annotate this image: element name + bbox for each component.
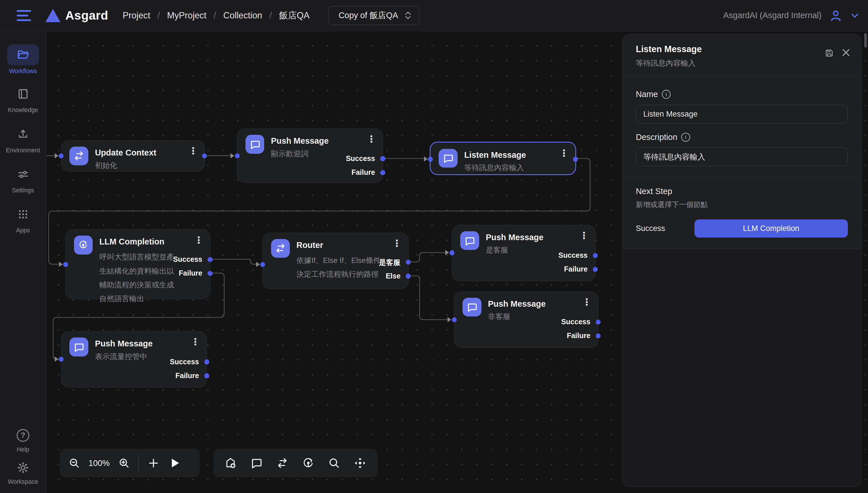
breadcrumb-project[interactable]: Project [123, 10, 150, 21]
select-chevrons-icon [405, 11, 411, 20]
node-menu-icon[interactable] [559, 148, 569, 158]
search-button[interactable] [323, 452, 346, 474]
vertical-scrollbar[interactable] [864, 33, 867, 47]
next-step-section: Next Step 新增或選擇下一個節點 Success LLM Complet… [623, 177, 861, 249]
menu-icon[interactable] [17, 10, 31, 21]
node-listen-message[interactable]: Listen Message 等待訊息內容輸入 [430, 142, 576, 175]
node-description: 依據If、Else If、Else條件決定工作流程執行的路徑 [296, 253, 385, 281]
zoom-level: 100% [85, 458, 113, 468]
sidebar-item-apps[interactable]: Apps [7, 204, 39, 234]
node-push-message-not-service[interactable]: Push Message 非客服 Success Failure [454, 292, 598, 348]
input-arrow-icon [230, 153, 234, 158]
node-detail-panel: Listen Message 等待訊息內容輸入 [622, 34, 861, 487]
toolbar-divider [138, 453, 139, 472]
info-icon [662, 90, 671, 99]
node-title: Listen Message [464, 149, 526, 161]
sidebar-item-workflows[interactable]: Workflows [7, 44, 39, 74]
input-handle[interactable] [449, 250, 454, 255]
play-icon [172, 459, 179, 467]
panel-title: Listen Message [636, 44, 702, 55]
output-handle-success[interactable] [207, 257, 213, 262]
output-handle-failure[interactable] [380, 170, 385, 175]
upload-icon [17, 128, 29, 140]
node-push-message-throttle[interactable]: Push Message 表示流量控管中 Success Failure [61, 331, 207, 388]
user-icon[interactable] [829, 9, 842, 22]
breadcrumb-workflow[interactable]: 飯店QA [279, 9, 310, 22]
top-bar: Asgard Project / MyProject / Collection … [0, 0, 868, 31]
node-menu-icon[interactable] [392, 238, 402, 249]
description-field[interactable] [636, 147, 848, 166]
zoom-in-button[interactable] [113, 452, 135, 474]
save-icon [825, 48, 834, 58]
move-canvas-button[interactable] [349, 452, 371, 474]
node-menu-icon[interactable] [582, 297, 592, 307]
node-push-message-welcome[interactable]: Push Message 顯示歡迎詞 Success Failure [237, 128, 383, 183]
sidebar-item-workspace[interactable]: Workspace [7, 459, 39, 485]
output-handle[interactable] [573, 157, 578, 162]
sidebar-item-environment[interactable]: Environment [6, 124, 40, 154]
node-menu-icon[interactable] [366, 134, 376, 144]
llm-bulb-icon [78, 240, 89, 251]
node-menu-icon[interactable] [188, 146, 198, 156]
input-handle[interactable] [63, 262, 68, 267]
node-update-context[interactable]: Update Context 初始化 [61, 140, 205, 172]
input-handle[interactable] [428, 157, 433, 162]
zoom-out-button[interactable] [63, 452, 85, 474]
node-menu-icon[interactable] [579, 231, 589, 241]
save-button[interactable] [825, 48, 834, 58]
node-router[interactable]: Router 依據If、Else If、Else條件決定工作流程執行的路徑 是客… [263, 233, 409, 289]
node-description: 初始化 [95, 160, 156, 171]
name-label: Name [636, 89, 658, 99]
port-failure: Failure [564, 265, 588, 273]
brand-name: Asgard [65, 9, 108, 22]
breadcrumb-collection[interactable]: Collection [223, 10, 262, 21]
run-button[interactable] [164, 452, 186, 474]
output-handle-success[interactable] [380, 156, 385, 161]
node-llm-completion[interactable]: LLM Completion 呼叫大型語言模型並產生結構化的資料輸出以輔助流程的… [65, 229, 210, 299]
output-handle-failure[interactable] [207, 271, 213, 276]
node-title: Push Message [271, 135, 329, 147]
input-arrow-icon [59, 262, 63, 267]
sidebar-item-settings[interactable]: Settings [7, 164, 39, 194]
breadcrumb-myproject[interactable]: MyProject [167, 10, 207, 21]
node-description: 顯示歡迎詞 [271, 148, 329, 159]
account-chevron-down-icon[interactable] [850, 11, 859, 20]
swap-arrows-icon [275, 243, 286, 254]
panel-empty-area [623, 249, 861, 487]
add-llm-node-button[interactable] [297, 452, 319, 474]
node-title: LLM Completion [99, 236, 178, 248]
node-menu-icon[interactable] [191, 337, 200, 347]
message-icon [464, 235, 475, 246]
next-step-port-label: Success [636, 224, 665, 233]
node-push-message-service[interactable]: Push Message 是客服 Success Failure [452, 225, 596, 281]
input-arrow-icon [55, 357, 59, 362]
sliders-icon [17, 168, 29, 180]
panel-header: Listen Message 等待訊息內容輸入 [623, 35, 861, 76]
input-arrow-icon [256, 262, 260, 267]
output-handle-failure[interactable] [204, 373, 209, 378]
brand[interactable]: Asgard [45, 9, 109, 22]
sidebar: Workflows Knowledge Environment [0, 31, 46, 493]
port-success: Success [170, 358, 199, 366]
port-failure: Failure [179, 269, 202, 277]
add-router-node-button[interactable] [271, 452, 293, 474]
input-handle[interactable] [235, 153, 240, 158]
port-success: Success [346, 154, 375, 163]
add-node-button[interactable] [219, 452, 242, 474]
add-message-node-button[interactable] [245, 452, 268, 474]
name-field[interactable] [636, 105, 848, 124]
sidebar-item-knowledge[interactable]: Knowledge [7, 83, 39, 113]
apps-grid-icon [17, 208, 29, 220]
output-handle-else[interactable] [406, 274, 411, 278]
close-button[interactable] [842, 48, 850, 57]
add-button[interactable] [142, 452, 164, 474]
panel-fields: Name Description [623, 76, 861, 177]
output-handle-success[interactable] [596, 320, 601, 324]
sidebar-item-help[interactable]: Help [7, 427, 39, 453]
output-handle-failure[interactable] [596, 334, 601, 338]
next-step-target-button[interactable]: LLM Completion [694, 219, 848, 238]
workflow-version-select[interactable]: Copy of 飯店QA [328, 6, 419, 25]
node-title: Update Context [95, 147, 156, 159]
node-menu-icon[interactable] [194, 235, 203, 245]
output-handle-success[interactable] [204, 359, 209, 364]
